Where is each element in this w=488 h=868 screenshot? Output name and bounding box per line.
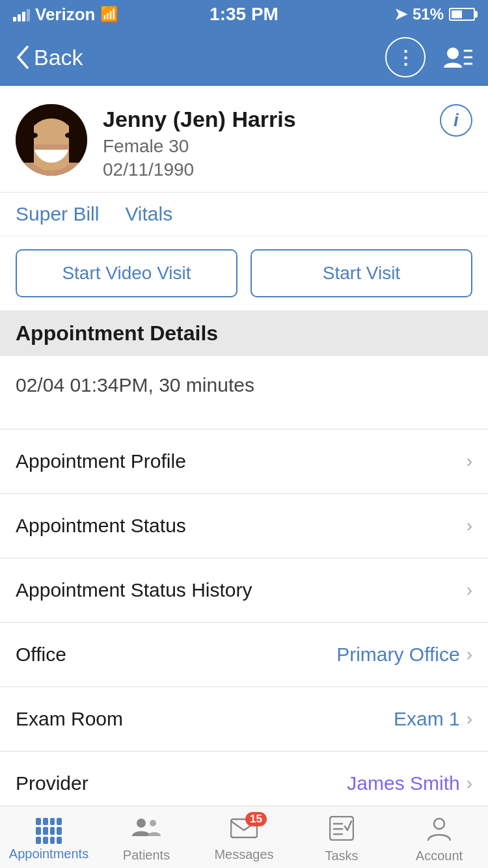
chevron-right-icon: › <box>467 644 472 665</box>
patient-name: Jenny (Jen) Harris <box>103 107 472 132</box>
start-visit-button[interactable]: Start Visit <box>251 249 472 297</box>
carrier-label: Verizon <box>35 5 95 25</box>
content-scroll: Jenny (Jen) Harris Female 30 02/11/1990 … <box>0 86 488 868</box>
location-icon: ➤ <box>394 5 407 23</box>
exam-room-value: Exam 1 › <box>394 708 472 730</box>
status-right: ➤ 51% <box>394 5 475 23</box>
appointments-tab-label: Appointments <box>9 847 88 861</box>
provider-value-text: James Smith <box>347 772 459 794</box>
chevron-right-icon: › <box>467 580 472 601</box>
account-icon <box>427 816 452 846</box>
back-label: Back <box>34 45 83 70</box>
svg-point-4 <box>137 819 146 828</box>
info-icon: i <box>454 110 459 131</box>
messages-tab-label: Messages <box>214 847 273 862</box>
tab-bar: Appointments Patients 15 Messages <box>0 806 488 868</box>
tab-patients[interactable]: Patients <box>98 806 195 868</box>
appointment-profile-label: Appointment Profile <box>16 450 186 472</box>
patients-tab-label: Patients <box>123 848 170 863</box>
appointments-icon <box>36 818 62 844</box>
tab-messages[interactable]: 15 Messages <box>195 806 293 868</box>
appointment-profile-item[interactable]: Appointment Profile › <box>0 429 488 494</box>
info-button[interactable]: i <box>440 104 472 137</box>
battery-percent: 51% <box>413 5 444 23</box>
chevron-right-icon: › <box>467 709 472 729</box>
chevron-right-icon: › <box>467 773 472 794</box>
signal-icon <box>13 7 30 21</box>
chevron-right-icon: › <box>467 451 472 472</box>
avatar <box>16 104 87 176</box>
messages-badge: 15 <box>245 812 267 826</box>
patient-info: Jenny (Jen) Harris Female 30 02/11/1990 <box>103 104 472 180</box>
appointment-status-label: Appointment Status <box>16 515 186 537</box>
patients-icon <box>132 817 161 845</box>
appointment-status-value: › <box>467 515 472 536</box>
office-value: Primary Office › <box>336 644 472 666</box>
tab-account[interactable]: Account <box>390 806 488 868</box>
exam-room-label: Exam Room <box>16 708 123 730</box>
user-menu-button[interactable] <box>444 46 472 69</box>
start-video-visit-button[interactable]: Start Video Visit <box>16 249 237 297</box>
tasks-tab-label: Tasks <box>325 848 358 863</box>
provider-label: Provider <box>16 772 88 794</box>
appointment-status-history-value: › <box>467 580 472 601</box>
appointment-details-header: Appointment Details <box>0 311 488 356</box>
patient-gender: Female 30 <box>103 136 472 157</box>
appointment-details-title: Appointment Details <box>16 321 218 345</box>
battery-icon <box>449 8 475 21</box>
more-options-button[interactable]: ⋮ <box>385 37 426 77</box>
appointment-status-history-item[interactable]: Appointment Status History › <box>0 558 488 623</box>
nav-bar: Back ⋮ <box>0 29 488 86</box>
status-bar: Verizon 📶 1:35 PM ➤ 51% <box>0 0 488 29</box>
links-row: Super Bill Vitals <box>0 193 488 236</box>
appointment-status-item[interactable]: Appointment Status › <box>0 494 488 558</box>
status-left: Verizon 📶 <box>13 5 118 25</box>
more-dots-icon: ⋮ <box>396 47 414 68</box>
svg-point-0 <box>447 47 459 59</box>
account-tab-label: Account <box>416 848 463 863</box>
office-label: Office <box>16 644 66 666</box>
office-value-text: Primary Office <box>336 644 459 666</box>
appointment-datetime: 02/04 01:34PM, 30 minutes <box>0 356 488 429</box>
patient-dob: 02/11/1990 <box>103 159 472 180</box>
exam-room-value-text: Exam 1 <box>394 708 460 730</box>
tab-tasks[interactable]: Tasks <box>293 806 390 868</box>
provider-value: James Smith › <box>347 772 472 794</box>
chevron-right-icon: › <box>467 515 472 536</box>
time-label: 1:35 PM <box>210 4 278 25</box>
tasks-icon <box>329 816 354 846</box>
appointment-profile-value: › <box>467 451 472 472</box>
super-bill-link[interactable]: Super Bill <box>16 203 99 225</box>
messages-icon: 15 <box>230 817 258 845</box>
tab-appointments[interactable]: Appointments <box>0 806 98 868</box>
appointment-status-history-label: Appointment Status History <box>16 579 252 601</box>
patient-header: Jenny (Jen) Harris Female 30 02/11/1990 … <box>0 86 488 193</box>
action-buttons: Start Video Visit Start Visit <box>0 236 488 311</box>
vitals-link[interactable]: Vitals <box>125 203 172 225</box>
nav-icons: ⋮ <box>385 37 472 77</box>
exam-room-item[interactable]: Exam Room Exam 1 › <box>0 687 488 752</box>
back-button[interactable]: Back <box>16 45 83 70</box>
wifi-icon: 📶 <box>100 6 118 23</box>
back-chevron-icon <box>16 46 30 69</box>
office-item[interactable]: Office Primary Office › <box>0 623 488 687</box>
user-menu-icon <box>444 46 472 69</box>
svg-point-11 <box>434 819 444 829</box>
svg-point-5 <box>150 820 156 826</box>
